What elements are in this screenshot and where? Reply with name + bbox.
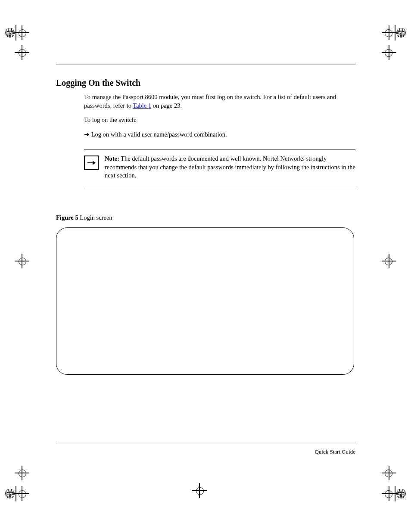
intro-text-prefix: To manage the Passport 8600 module, you … (84, 93, 336, 109)
crop-mark (5, 25, 27, 40)
crop-mark (384, 25, 406, 40)
top-rule (56, 65, 355, 65)
crop-mark (5, 486, 27, 501)
crop-mark (384, 486, 406, 501)
figure-caption-text: Login screen (78, 214, 112, 221)
crop-mark (384, 465, 406, 481)
table-1-link[interactable]: Table 1 (133, 102, 151, 109)
footer-rule (56, 444, 355, 444)
section-heading: Logging On the Switch (56, 78, 355, 88)
step-line: ➔ Log on with a valid user name/password… (84, 131, 355, 139)
crop-mark (195, 486, 204, 495)
figure-caption: Figure 5 Login screen (56, 214, 355, 221)
note-label: Note: (105, 155, 119, 162)
intro-text-suffix: on page 23. (153, 102, 182, 109)
crop-mark (384, 45, 406, 60)
page-footer: Quick Start Guide (56, 444, 355, 455)
note-block: Note: The default passwords are document… (84, 149, 355, 188)
footer-text: Quick Start Guide (56, 448, 355, 455)
svg-marker-1 (93, 161, 96, 165)
lead-in-text: To log on the switch: (84, 116, 355, 124)
step-text: Log on with a valid user name/password c… (91, 131, 227, 138)
figure-login-screen (56, 227, 354, 375)
crop-mark (5, 465, 27, 481)
crop-mark (5, 253, 27, 269)
note-arrow-icon (84, 156, 99, 170)
note-text: Note: The default passwords are document… (105, 155, 355, 180)
intro-paragraph: To manage the Passport 8600 module, you … (84, 93, 355, 110)
figure-label: Figure 5 (56, 214, 78, 221)
note-body: The default passwords are documented and… (105, 155, 355, 179)
step-arrow-icon: ➔ (84, 131, 90, 138)
crop-mark (384, 253, 406, 269)
crop-mark (5, 45, 27, 60)
